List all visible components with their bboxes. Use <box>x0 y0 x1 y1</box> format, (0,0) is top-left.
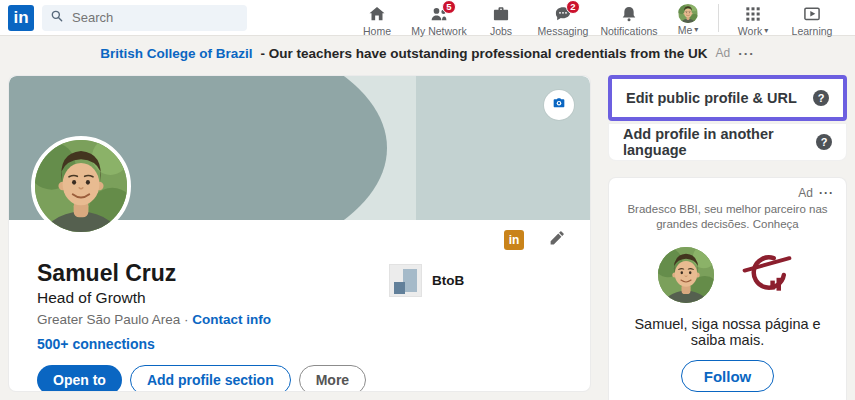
identity-block: Samuel Cruz Head of Growth Greater São P… <box>37 260 389 352</box>
nav-my-network-label: My Network <box>411 25 466 37</box>
nav-work[interactable]: Work▾ <box>725 0 781 36</box>
edit-profile-pencil-icon[interactable] <box>548 229 566 251</box>
nav-notifications[interactable]: Notifications <box>594 0 664 36</box>
search-icon <box>50 9 64 27</box>
current-company[interactable]: BtoB <box>389 264 464 297</box>
search-input[interactable] <box>70 9 220 26</box>
me-avatar <box>678 4 698 23</box>
nav-learning-label: Learning <box>792 25 833 37</box>
more-button[interactable]: More <box>299 365 366 392</box>
nav-jobs[interactable]: Jobs <box>470 0 532 36</box>
highlight-annotation-box: Edit public profile & URL ? <box>608 75 847 121</box>
top-banner-ad: British College of Brazil - Our teachers… <box>0 36 855 70</box>
help-icon[interactable]: ? <box>813 90 829 106</box>
profile-headline: Head of Growth <box>37 289 389 307</box>
add-language-label: Add profile in another language <box>623 126 816 158</box>
banner-advertiser-link[interactable]: British College of Brazil <box>100 46 252 61</box>
profile-photo[interactable] <box>31 136 131 236</box>
page-content: in Samuel Cruz Head of Growth Greater Sã… <box>0 70 855 400</box>
edit-public-profile-row[interactable]: Edit public profile & URL ? <box>612 79 843 117</box>
profile-card: in Samuel Cruz Head of Growth Greater Sã… <box>8 75 591 392</box>
edit-public-profile-label: Edit public profile & URL <box>626 90 797 106</box>
banner-options-icon[interactable]: ··· <box>738 46 755 61</box>
learning-icon <box>802 4 822 24</box>
right-rail: Edit public profile & URL ? Add profile … <box>608 75 847 400</box>
sidebar-ad-card[interactable]: Ad ··· Bradesco BBI, seu melhor parceiro… <box>608 177 847 400</box>
add-profile-section-button[interactable]: Add profile section <box>130 365 291 392</box>
ad-options-icon[interactable]: ··· <box>819 186 834 200</box>
notifications-icon <box>619 4 639 24</box>
ad-tagline: Bradesco BBI, seu melhor parceiro nas gr… <box>621 202 834 232</box>
linkedin-logo[interactable]: in <box>8 5 34 31</box>
profile-card-body: in Samuel Cruz Head of Growth Greater Sã… <box>9 220 590 392</box>
add-language-row[interactable]: Add profile in another language ? <box>608 123 847 161</box>
follow-button[interactable]: Follow <box>681 360 775 392</box>
company-name: BtoB <box>432 273 464 288</box>
contact-info-link[interactable]: Contact info <box>192 312 271 327</box>
company-logo <box>389 264 422 297</box>
open-to-button[interactable]: Open to <box>37 365 122 392</box>
nav-learning[interactable]: Learning <box>781 0 843 36</box>
nav-notifications-label: Notifications <box>600 25 657 37</box>
messaging-badge: 2 <box>566 0 580 14</box>
search-box[interactable] <box>42 5 247 31</box>
nav-me[interactable]: Me▾ <box>664 0 712 36</box>
chevron-down-icon: ▾ <box>764 26 768 35</box>
nav-messaging[interactable]: 2 Messaging <box>532 0 594 36</box>
ad-user-avatar <box>658 247 714 303</box>
nav-jobs-label: Jobs <box>490 25 512 37</box>
nav-home[interactable]: Home <box>346 0 408 36</box>
ad-message: Samuel, siga nossa página e saiba mais. <box>621 316 834 348</box>
camera-icon <box>551 95 567 115</box>
banner-message: - Our teachers have outstanding professi… <box>260 46 707 61</box>
nav-items: Home 5 My Network Jobs 2 Messaging <box>346 0 843 36</box>
profile-actions: Open to Add profile section More <box>37 365 566 392</box>
top-navigation-bar: in Home 5 My Network Jobs <box>0 0 855 36</box>
chevron-down-icon: ▾ <box>694 25 698 34</box>
nav-divider <box>718 4 719 32</box>
nav-work-label: Work▾ <box>738 25 768 37</box>
nav-my-network[interactable]: 5 My Network <box>408 0 470 36</box>
nav-home-label: Home <box>363 25 391 37</box>
ad-label: Ad <box>798 186 813 200</box>
nav-messaging-label: Messaging <box>538 25 589 37</box>
profile-name: Samuel Cruz <box>37 260 389 287</box>
jobs-icon <box>491 4 511 24</box>
work-grid-icon <box>743 4 763 24</box>
bradesco-logo-icon <box>736 244 798 306</box>
my-network-badge: 5 <box>442 0 456 14</box>
edit-cover-button[interactable] <box>544 90 574 120</box>
help-icon[interactable]: ? <box>816 134 832 150</box>
banner-ad-label: Ad <box>716 46 731 60</box>
profile-location: Greater São Paulo Area · Contact info <box>37 312 389 327</box>
connections-link[interactable]: 500+ connections <box>37 336 389 352</box>
home-icon <box>367 4 387 24</box>
premium-badge-icon[interactable]: in <box>504 230 524 250</box>
nav-me-label: Me▾ <box>678 24 699 36</box>
